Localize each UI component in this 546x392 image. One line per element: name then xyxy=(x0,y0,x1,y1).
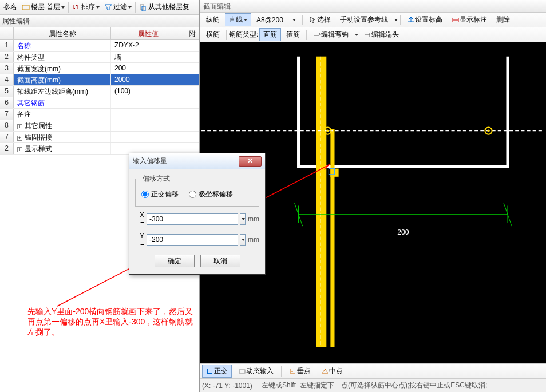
coord-display: (X: -71 Y: -1001) xyxy=(202,382,259,390)
hook-icon xyxy=(313,31,321,39)
table-row[interactable]: 3截面宽度(mm)200 xyxy=(0,63,199,74)
cursor-icon xyxy=(309,16,317,24)
col-extra[interactable]: 附 xyxy=(185,27,199,39)
table-row[interactable]: 2构件类型墙 xyxy=(0,52,199,63)
table-row[interactable]: 8+其它属性 xyxy=(0,120,199,132)
rebar-type-label: 钢筋类型: xyxy=(229,30,258,39)
svg-point-9 xyxy=(326,130,329,132)
dyn-input-btn[interactable]: 动态输入 xyxy=(234,365,278,378)
select-btn[interactable]: 选择 xyxy=(305,13,335,26)
x-dropdown[interactable] xyxy=(240,213,246,225)
perp-icon xyxy=(289,367,297,375)
filter-btn[interactable]: 过滤 xyxy=(102,1,134,14)
copy-icon xyxy=(139,3,147,11)
ok-button[interactable]: 确定 xyxy=(155,255,195,267)
dialog-title: 输入偏移量 xyxy=(133,156,239,166)
fieldset-legend: 偏移方式 xyxy=(140,174,172,184)
delete-btn[interactable]: 删除 xyxy=(492,13,514,26)
right-toolbar-2: 横筋 钢筋类型: 直筋 箍筋 编辑弯钩 编辑端头 xyxy=(200,27,546,42)
perp-snap-btn[interactable]: 垂点 xyxy=(285,365,315,378)
edit-end-btn[interactable]: 编辑端头 xyxy=(359,28,403,41)
x-input[interactable] xyxy=(147,213,238,225)
dim-200: 200 xyxy=(397,228,409,236)
sort-btn[interactable]: 排序 xyxy=(70,1,102,14)
floor-dropdown[interactable]: 楼层 首层 xyxy=(19,1,67,14)
svg-point-11 xyxy=(487,130,489,132)
table-row[interactable]: 4截面高度(mm)2000 xyxy=(0,74,199,86)
line-dropdown[interactable]: 直线 xyxy=(225,13,251,26)
rebar-spec-dropdown[interactable]: A8@200 xyxy=(252,14,300,26)
table-row[interactable]: 7备注 xyxy=(0,109,199,120)
zhijin-btn[interactable]: 直筋 xyxy=(259,28,281,41)
svg-rect-3 xyxy=(316,57,326,347)
floor-icon xyxy=(22,3,30,11)
dyn-icon xyxy=(238,367,246,375)
y-input[interactable] xyxy=(147,234,238,246)
svg-rect-18 xyxy=(239,370,245,373)
zongjin-btn[interactable]: 纵筋 xyxy=(202,13,224,26)
right-toolbar-1: 纵筋 直线 A8@200 选择 手动设置参考线 设置标高 显示标注 删除 xyxy=(200,13,546,27)
y-dropdown[interactable] xyxy=(240,234,246,246)
filter-icon xyxy=(104,3,112,11)
ortho-icon xyxy=(206,367,214,375)
end-icon xyxy=(363,31,371,39)
edit-hook-btn[interactable]: 编辑弯钩 xyxy=(309,28,353,41)
col-value[interactable]: 属性值 xyxy=(111,27,185,39)
x-label: X = xyxy=(135,211,144,227)
manual-ref-btn[interactable]: 手动设置参考线 xyxy=(336,13,392,26)
offset-dialog: 输入偏移量 ✕ 偏移方式 正交偏移 极坐标偏移 X = mm Y = mm 确定… xyxy=(129,153,266,275)
dim-icon xyxy=(452,16,460,24)
set-elev-btn[interactable]: 设置标高 xyxy=(403,13,446,26)
table-row[interactable]: 7+锚固搭接 xyxy=(0,132,199,143)
copy-from-btn[interactable]: 从其他楼层复 xyxy=(137,1,192,14)
close-button[interactable]: ✕ xyxy=(239,156,262,167)
y-unit: mm xyxy=(248,236,259,244)
ortho-btn[interactable]: 正交 xyxy=(202,365,232,378)
elev-icon xyxy=(407,16,415,24)
svg-rect-0 xyxy=(22,5,29,10)
polar-offset-radio[interactable]: 极坐标偏移 xyxy=(189,189,233,199)
ortho-offset-radio[interactable]: 正交偏移 xyxy=(141,189,179,199)
table-row[interactable]: 6其它钢筋 xyxy=(0,97,199,109)
mid-snap-btn[interactable]: 中点 xyxy=(317,365,347,378)
rename-btn[interactable]: 参名 xyxy=(1,1,19,14)
show-dim-btn[interactable]: 显示标注 xyxy=(448,13,491,26)
right-panel-title: 截面编辑 xyxy=(200,0,546,13)
bottom-toolbar: 正交 动态输入 垂点 中点 xyxy=(200,363,546,378)
sort-icon xyxy=(72,3,80,11)
hint-text: 左键或Shift+左键指定下一点(可选择纵筋中心点);按右键中止或ESC键取消; xyxy=(259,381,544,390)
panel-title: 属性编辑 xyxy=(0,15,199,27)
svg-rect-4 xyxy=(330,129,334,347)
table-row[interactable]: 5轴线距左边线距离(mm)(100) xyxy=(0,86,199,97)
annotation-text: 先输入Y里面-200横向钢筋就画下来了，然后又再点第一偏移的点再X里输入-300… xyxy=(27,306,193,337)
y-label: Y = xyxy=(135,232,144,248)
mid-icon xyxy=(321,367,329,375)
hengjin-btn[interactable]: 横筋 xyxy=(202,28,224,41)
cancel-button[interactable]: 取消 xyxy=(200,255,240,267)
left-toolbar: 参名 楼层 首层 排序 过滤 从其他楼层复 xyxy=(0,0,199,15)
status-bar: (X: -71 Y: -1001) 左键或Shift+左键指定下一点(可选择纵筋… xyxy=(200,378,546,392)
col-name[interactable]: 属性名称 xyxy=(14,27,111,39)
gujin-btn[interactable]: 箍筋 xyxy=(282,28,304,41)
table-row[interactable]: 1名称ZDYX-2 xyxy=(0,40,199,52)
x-unit: mm xyxy=(248,215,259,223)
